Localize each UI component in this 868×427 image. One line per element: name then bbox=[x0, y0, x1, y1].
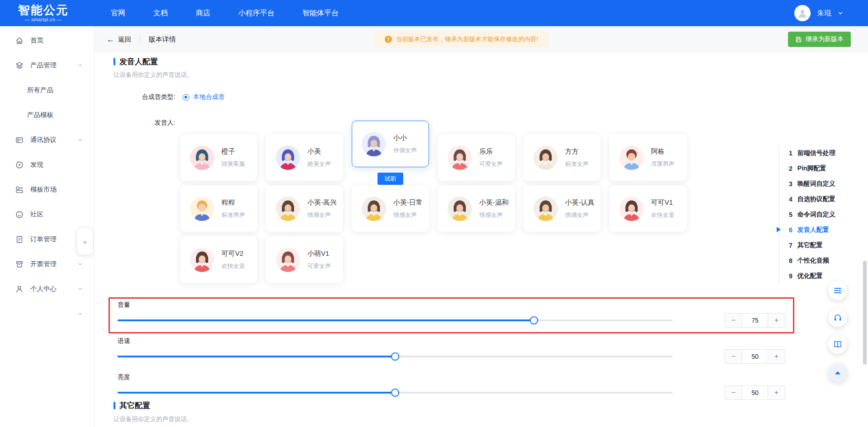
avatar-illustration bbox=[619, 145, 644, 170]
app-logo[interactable]: 智能公元 — smartpi.cn — bbox=[18, 4, 69, 22]
navbar-item[interactable]: 小程序平台 bbox=[224, 9, 288, 18]
voice-card[interactable]: 小英-认真 情感女声 bbox=[524, 185, 601, 232]
save-icon bbox=[795, 36, 802, 43]
value-stepper: − 50 + bbox=[725, 349, 785, 364]
slider[interactable] bbox=[118, 352, 673, 361]
back-to-top-button[interactable] bbox=[828, 363, 847, 382]
support-fab-button[interactable] bbox=[828, 308, 847, 327]
anchor-item[interactable]: 2 Pin脚配置 bbox=[789, 164, 835, 173]
anchor-num: 6 bbox=[789, 226, 793, 234]
anchor-item[interactable]: 4 自选协议配置 bbox=[789, 194, 835, 204]
anchor-item[interactable]: 6 发音人配置 bbox=[789, 225, 835, 235]
user-menu[interactable]: 朱琨 bbox=[794, 5, 868, 21]
slider[interactable] bbox=[118, 389, 673, 397]
slider[interactable] bbox=[118, 316, 673, 324]
inherit-new-version-button[interactable]: 继承为新版本 bbox=[788, 32, 851, 47]
synth-type-option[interactable]: 本地合成音 bbox=[183, 93, 225, 101]
voice-desc: 甜美客服 bbox=[222, 160, 245, 168]
slider-thumb[interactable] bbox=[391, 389, 399, 397]
voice-avatar bbox=[276, 197, 300, 221]
stepper-plus-button[interactable]: + bbox=[768, 349, 785, 364]
sidebar-collapse-button[interactable]: « bbox=[77, 228, 93, 254]
sidebar-item[interactable]: 所有产品 bbox=[0, 78, 94, 103]
user-chevron-down-icon[interactable] bbox=[838, 10, 843, 16]
avatar-illustration bbox=[448, 145, 472, 170]
anchor-item[interactable]: 7 其它配置 bbox=[789, 240, 835, 250]
avatar-illustration bbox=[190, 248, 214, 272]
sidebar-item-icon bbox=[15, 285, 24, 293]
stepper-plus-button[interactable]: + bbox=[768, 385, 785, 400]
anchor-item[interactable]: 1 前端信号处理 bbox=[789, 148, 835, 158]
sidebar-item[interactable]: 产品管理 bbox=[0, 53, 94, 78]
voice-card[interactable]: 小萌V1 可爱女声 bbox=[266, 236, 343, 283]
voice-cell: 小英-认真 情感女声 bbox=[524, 185, 601, 232]
stepper-value[interactable]: 50 bbox=[742, 349, 768, 364]
navbar-item[interactable]: 文档 bbox=[139, 9, 182, 18]
voice-cell: 程程 标准男声 bbox=[180, 185, 257, 232]
voice-desc: 欢快女童 bbox=[651, 211, 675, 219]
voice-card[interactable]: 程程 标准男声 bbox=[180, 185, 257, 232]
voice-card[interactable]: 橙子 甜美客服 bbox=[180, 134, 257, 181]
voice-card[interactable]: 小美 娇美女声 bbox=[266, 134, 343, 181]
sidebar-item[interactable]: 模板市场 bbox=[0, 177, 94, 202]
anchor-label: 前端信号处理 bbox=[797, 149, 835, 157]
book-icon bbox=[833, 340, 842, 349]
voice-desc: 浑厚男声 bbox=[651, 160, 675, 168]
voice-card[interactable]: 小英-高兴 情感女声 bbox=[266, 185, 343, 232]
stepper-minus-button[interactable]: − bbox=[725, 313, 742, 328]
navbar-item[interactable]: 智能体平台 bbox=[288, 9, 353, 18]
anchor-item[interactable]: 9 优化配置 bbox=[789, 271, 835, 281]
voice-cell: 小萌V1 可爱女声 bbox=[266, 236, 343, 283]
sidebar-item[interactable]: 开票管理 bbox=[0, 252, 94, 277]
navbar-item[interactable]: 商店 bbox=[182, 9, 224, 18]
collapse-icon: « bbox=[83, 238, 87, 245]
voice-name: 程程 bbox=[222, 198, 245, 207]
catalog-fab-button[interactable] bbox=[828, 281, 847, 300]
voice-card[interactable]: 可可V2 欢快女童 bbox=[180, 236, 257, 283]
voice-card[interactable]: 小小 伶俐女声 bbox=[352, 121, 429, 167]
stepper-plus-button[interactable]: + bbox=[768, 313, 785, 328]
sidebar-item[interactable]: 产品模板 bbox=[0, 103, 94, 127]
radio-selected-icon[interactable] bbox=[183, 94, 189, 101]
listen-preview-button[interactable]: 试听 bbox=[377, 173, 403, 185]
sidebar-item[interactable]: 首页 bbox=[0, 28, 94, 53]
anchor-item[interactable]: 8 个性化音频 bbox=[789, 256, 835, 265]
sidebar-item[interactable]: 通讯协议 bbox=[0, 127, 94, 152]
stepper-minus-button[interactable]: − bbox=[725, 385, 742, 400]
voice-card[interactable]: 方方 标准女声 bbox=[524, 134, 601, 181]
anchor-item[interactable]: 3 唤醒词自定义 bbox=[789, 179, 835, 188]
voice-card[interactable]: 乐乐 可爱女声 bbox=[438, 134, 515, 181]
voice-cell: 小小 伶俐女声 试听 bbox=[352, 134, 429, 181]
stepper-minus-button[interactable]: − bbox=[725, 349, 742, 364]
voice-name: 可可V1 bbox=[651, 198, 675, 207]
chevron-icon[interactable] bbox=[78, 63, 83, 68]
slider-thumb[interactable] bbox=[530, 316, 538, 324]
slider-thumb[interactable] bbox=[391, 352, 399, 361]
chevron-icon[interactable] bbox=[78, 286, 83, 291]
chevron-icon[interactable] bbox=[78, 311, 83, 316]
user-avatar-icon[interactable] bbox=[794, 5, 811, 21]
chevron-icon[interactable] bbox=[78, 262, 83, 267]
stepper-value[interactable]: 50 bbox=[742, 385, 768, 400]
sidebar-item-icon bbox=[15, 61, 24, 70]
sidebar-item[interactable] bbox=[0, 301, 94, 326]
avatar-illustration bbox=[533, 197, 558, 221]
voice-card[interactable]: 小英-日常 情感女声 bbox=[352, 185, 429, 232]
voice-card[interactable]: 小英-温和 情感女声 bbox=[438, 185, 515, 232]
sidebar-item[interactable]: 发现 bbox=[0, 152, 94, 177]
voice-desc: 伶俐女声 bbox=[393, 146, 417, 155]
stepper-value[interactable]: 75 bbox=[742, 313, 768, 328]
voice-card[interactable]: 可可V1 欢快女童 bbox=[609, 185, 687, 232]
chevron-icon[interactable] bbox=[78, 137, 83, 142]
voice-card[interactable]: 阿栋 浑厚男声 bbox=[609, 134, 687, 181]
scrollbar-thumb[interactable] bbox=[863, 261, 867, 365]
anchor-item[interactable]: 5 命令词自定义 bbox=[789, 210, 835, 219]
sidebar-item-icon bbox=[15, 211, 24, 219]
section-bar bbox=[113, 58, 115, 66]
back-button[interactable]: ← 返回 bbox=[107, 35, 131, 44]
navbar-item[interactable]: 官网 bbox=[97, 9, 139, 18]
sidebar-item[interactable]: 个人中心 bbox=[0, 277, 94, 301]
voice-avatar bbox=[448, 145, 472, 170]
sidebar-item[interactable]: 社区 bbox=[0, 202, 94, 227]
docs-fab-button[interactable] bbox=[828, 335, 847, 354]
